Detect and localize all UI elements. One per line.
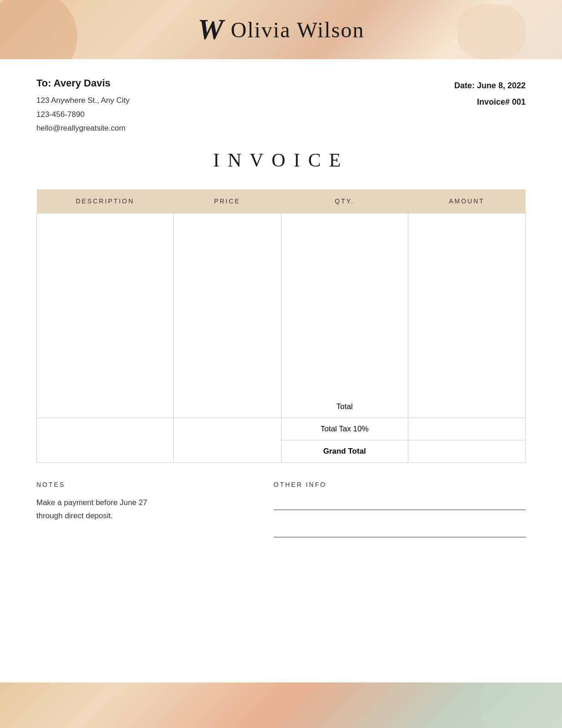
invoice-title-section: INVOICE [36, 149, 526, 171]
table-tax-row: Total Tax 10% [37, 418, 526, 440]
grand-total-label-cell: Grand Total [281, 440, 408, 462]
billing-section: To: Avery Davis 123 Anywhere St., Any Ci… [36, 77, 526, 136]
other-info-section: OTHER INFO [274, 481, 526, 551]
tax-amount-cell [408, 418, 526, 440]
phone: 123-456-7890 [36, 108, 454, 122]
notes-label: NOTES [36, 481, 246, 488]
header-amount: AMOUNT [408, 189, 526, 213]
other-info-label: OTHER INFO [274, 481, 526, 488]
main-content: To: Avery Davis 123 Anywhere St., Any Ci… [0, 59, 562, 587]
notes-body: Make a payment before June 27 through di… [36, 496, 246, 523]
header-description: DESCRIPTION [37, 189, 174, 213]
header-qty: QTY. [281, 189, 408, 213]
footer-background [0, 682, 562, 728]
header-content: W Olivia Wilson [198, 15, 365, 44]
bill-to: To: Avery Davis 123 Anywhere St., Any Ci… [36, 77, 454, 136]
info-line-1 [274, 496, 526, 510]
invoice-table: DESCRIPTION PRICE QTY. AMOUNT Total Tota… [36, 189, 526, 463]
bill-to-name: To: Avery Davis [36, 77, 454, 89]
invoice-number: Invoice# 001 [454, 94, 526, 110]
price-bottom [174, 418, 281, 462]
info-line-2 [274, 524, 526, 537]
address-line1: 123 Anywhere St., Any City [36, 94, 454, 108]
tax-label-cell: Total Tax 10% [281, 418, 408, 440]
header-price: PRICE [174, 189, 281, 213]
qty-cell: Total [281, 213, 408, 418]
bill-to-details: 123 Anywhere St., Any City 123-456-7890 … [36, 94, 454, 136]
brand-name: Olivia Wilson [231, 17, 365, 42]
amount-cell [408, 213, 526, 418]
grand-total-amount-cell [408, 440, 526, 462]
price-cell [174, 213, 281, 418]
header-background: W Olivia Wilson [0, 0, 562, 59]
notes-section: NOTES Make a payment before June 27 thro… [36, 481, 246, 551]
logo-letter: W [198, 15, 224, 44]
email: hello@reallygreatsite.com [36, 121, 454, 136]
desc-cell [37, 213, 174, 418]
notes-line1: Make a payment before June 27 [36, 496, 246, 510]
invoice-title: INVOICE [36, 149, 526, 171]
table-data-row: Total [37, 213, 526, 418]
bottom-section: NOTES Make a payment before June 27 thro… [36, 481, 526, 569]
table-header-row: DESCRIPTION PRICE QTY. AMOUNT [37, 189, 526, 213]
notes-line2: through direct deposit. [36, 510, 246, 523]
invoice-date: Date: June 8, 2022 [454, 77, 526, 94]
invoice-meta: Date: June 8, 2022 Invoice# 001 [454, 77, 526, 110]
desc-bottom [37, 418, 174, 462]
